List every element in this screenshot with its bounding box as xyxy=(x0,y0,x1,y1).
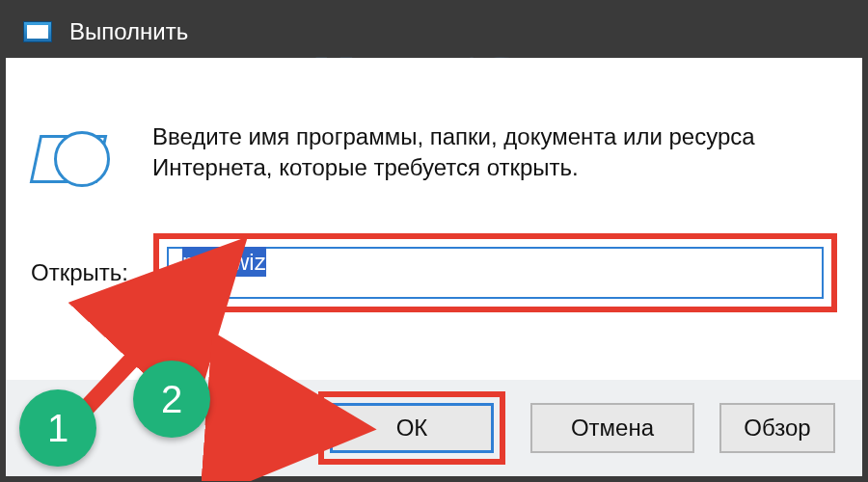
annotation-highlight-ok: ОК xyxy=(318,391,505,465)
description-row: Введите имя программы, папки, документа … xyxy=(31,121,837,191)
titlebar[interactable]: Выполнить xyxy=(6,6,862,58)
button-bar: ОК Отмена Обзор xyxy=(6,380,862,476)
dialog-body: Введите имя программы, папки, документа … xyxy=(6,58,862,380)
ok-button[interactable]: ОК xyxy=(330,403,494,453)
open-row: Открыть: netplwiz xyxy=(31,233,837,312)
window-title: Выполнить xyxy=(69,18,188,45)
description-text: Введите имя программы, папки, документа … xyxy=(152,121,837,184)
annotation-highlight-input: netplwiz xyxy=(153,233,837,312)
run-icon-small xyxy=(23,21,52,42)
cancel-button[interactable]: Отмена xyxy=(530,403,694,453)
browse-button[interactable]: Обзор xyxy=(719,403,835,453)
run-icon-large xyxy=(31,125,118,191)
browse-button-label: Обзор xyxy=(744,415,810,442)
open-label: Открыть: xyxy=(31,259,128,286)
ok-button-label: ОК xyxy=(396,415,428,442)
command-input-value: netplwiz xyxy=(182,247,266,277)
run-dialog-window: Выполнить NastrojComp.ru Введите имя про… xyxy=(0,0,868,482)
command-input[interactable]: netplwiz xyxy=(167,247,824,299)
cancel-button-label: Отмена xyxy=(571,415,654,442)
